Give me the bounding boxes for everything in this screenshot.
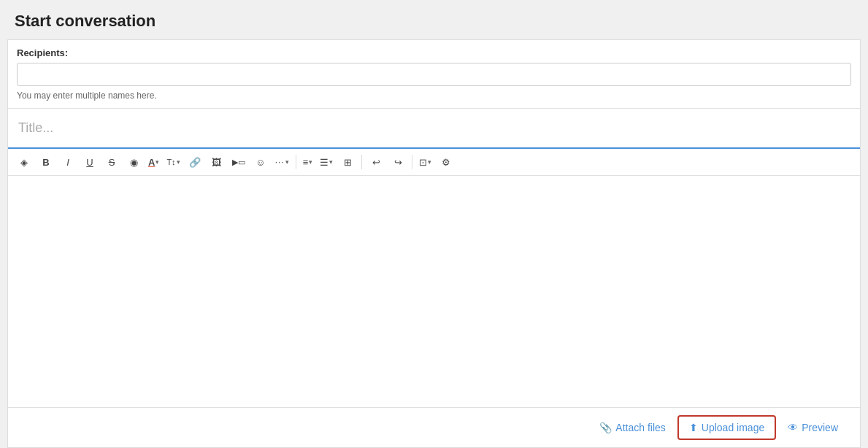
preview-button[interactable]: 👁 Preview (776, 416, 850, 439)
table-icon: ⊞ (344, 157, 352, 168)
font-color-icon: A (148, 157, 155, 168)
align-icon: ≡ (303, 157, 309, 168)
title-input[interactable] (8, 109, 860, 147)
toolbar: ◈ B I U S ◉ A (8, 149, 860, 176)
redo-icon: ↪ (394, 157, 402, 168)
video-button[interactable]: ▶▭ (228, 152, 249, 172)
video-icon: ▶▭ (232, 158, 245, 167)
editor-body[interactable] (8, 176, 860, 407)
underline-icon: U (86, 157, 93, 168)
toolbar-divider-1 (296, 155, 296, 169)
list-button[interactable]: ☰ ▾ (317, 152, 336, 172)
preview-icon: 👁 (788, 422, 798, 433)
table-button[interactable]: ⊞ (337, 152, 358, 172)
settings-button[interactable]: ⚙ (436, 152, 456, 172)
strikethrough-button[interactable]: S (101, 152, 122, 172)
attach-icon: 📎 (599, 422, 612, 433)
link-button[interactable]: 🔗 (185, 152, 205, 172)
align-arrow-icon: ▾ (309, 158, 312, 166)
page-wrapper: Start conversation Recipients: You may e… (0, 0, 868, 448)
page-header: Start conversation (0, 0, 868, 39)
underline-button[interactable]: U (80, 152, 100, 172)
font-size-arrow-icon: ▾ (177, 158, 180, 166)
recipients-input[interactable] (17, 63, 851, 86)
recipients-hint: You may enter multiple names here. (17, 90, 851, 101)
font-color-button[interactable]: A ▾ (145, 152, 162, 172)
attach-files-button[interactable]: 📎 Attach files (588, 416, 677, 439)
title-section (8, 109, 860, 149)
emoji-button[interactable]: ☺ (250, 152, 271, 172)
highlight-button[interactable]: ◉ (123, 152, 144, 172)
preview-label: Preview (802, 422, 838, 433)
settings-icon: ⚙ (442, 157, 450, 168)
bold-icon: B (42, 157, 49, 168)
font-size-icon: T↕ (166, 158, 175, 166)
template-icon: ⊡ (419, 157, 427, 168)
insert-image-button[interactable]: 🖼 (207, 152, 227, 172)
template-button[interactable]: ⊡ ▾ (416, 152, 434, 172)
link-icon: 🔗 (189, 157, 201, 168)
upload-image-label: Upload image (702, 422, 764, 433)
insert-image-icon: 🖼 (212, 157, 221, 168)
recipients-section: Recipients: You may enter multiple names… (8, 40, 860, 109)
eraser-icon: ◈ (20, 157, 28, 168)
emoji-icon: ☺ (256, 157, 265, 168)
font-size-button[interactable]: T↕ ▾ (164, 152, 183, 172)
template-arrow-icon: ▾ (428, 158, 431, 166)
attach-files-label: Attach files (615, 422, 665, 433)
more-button[interactable]: ··· ▾ (272, 152, 292, 172)
toolbar-divider-3 (412, 155, 412, 169)
recipients-label: Recipients: (17, 47, 851, 58)
align-button[interactable]: ≡ ▾ (300, 152, 316, 172)
more-arrow-icon: ▾ (285, 158, 289, 166)
undo-button[interactable]: ↩ (366, 152, 386, 172)
bottom-bar: 📎 Attach files ⬆ Upload image 👁 Preview (8, 407, 860, 447)
italic-button[interactable]: I (58, 152, 78, 172)
list-arrow-icon: ▾ (329, 158, 333, 166)
upload-image-button[interactable]: ⬆ Upload image (677, 415, 776, 440)
font-color-arrow-icon: ▾ (155, 158, 159, 166)
list-icon: ☰ (320, 157, 329, 168)
toolbar-divider-2 (361, 155, 362, 169)
more-icon: ··· (275, 157, 285, 167)
italic-icon: I (66, 157, 69, 168)
droplet-icon: ◉ (130, 157, 138, 168)
bold-button[interactable]: B (36, 152, 56, 172)
redo-button[interactable]: ↪ (388, 152, 408, 172)
page-title: Start conversation (15, 12, 853, 31)
upload-icon: ⬆ (689, 422, 698, 433)
main-content: Recipients: You may enter multiple names… (7, 39, 861, 448)
eraser-button[interactable]: ◈ (14, 152, 34, 172)
undo-icon: ↩ (372, 157, 380, 168)
strikethrough-icon: S (109, 157, 115, 168)
